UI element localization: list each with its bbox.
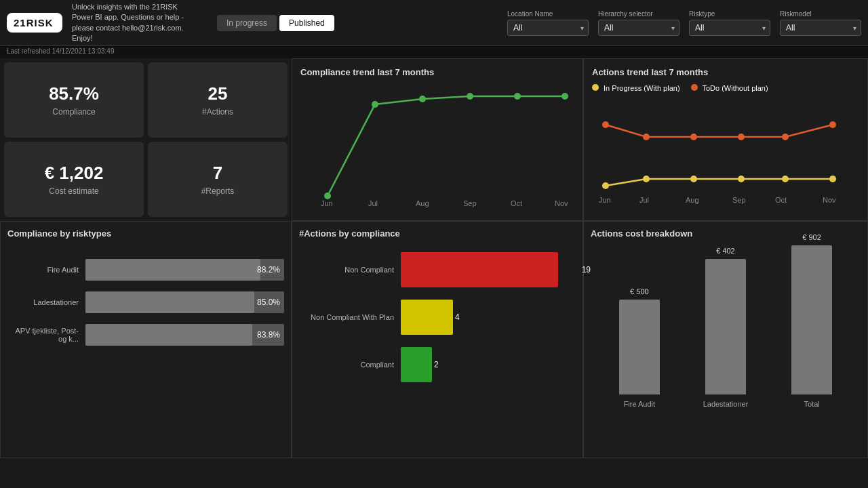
header: 21RISK Unlock insights with the 21RISK P… xyxy=(0,0,868,46)
svg-point-10 xyxy=(514,93,521,100)
cost-bar-fire-label: Fire Audit xyxy=(624,400,655,408)
h-bar-ncwp-fill xyxy=(401,300,453,335)
cost-bar-lade: € 402 Ladestationer xyxy=(703,247,749,408)
actions-legend: In Progress (With plan) ToDo (Without pl… xyxy=(592,84,859,92)
h-bar-noncompliant-label: Non Compliant xyxy=(299,266,401,274)
risk-bar-apv-fill xyxy=(85,324,252,346)
filter-riskmodel-select[interactable]: All xyxy=(780,20,861,36)
kpi-reports-value: 7 xyxy=(213,163,222,184)
svg-point-6 xyxy=(324,192,331,199)
h-bar-ncwp-label: Non Compliant With Plan xyxy=(299,313,401,321)
h-bar-noncompliant-num: 19 xyxy=(582,265,591,274)
actions-trend-chart: Jun Jul Aug Sep Oct Nov xyxy=(592,98,836,209)
cost-bar-total: € 902 Total xyxy=(791,233,832,408)
actions-trend-panel: Actions trend last 7 months In Progress … xyxy=(583,58,868,221)
refresh-bar: Last refreshed 14/12/2021 13:03:49 xyxy=(0,46,868,58)
kpi-grid: 85.7% Compliance 25 #Actions € 1,202 Cos… xyxy=(0,58,292,221)
risk-bar-fire-fill xyxy=(85,259,260,281)
risk-bar-apv-value: 83.8% xyxy=(257,330,280,340)
cost-bar-total-rect xyxy=(791,245,832,394)
risk-bar-lade-track: 85.0% xyxy=(85,291,284,313)
legend-red-dot xyxy=(691,84,698,91)
kpi-reports: 7 #Reports xyxy=(148,142,288,217)
svg-text:Aug: Aug xyxy=(416,199,429,207)
svg-point-13 xyxy=(643,134,650,140)
svg-point-17 xyxy=(829,121,836,128)
svg-point-22 xyxy=(782,176,789,182)
cost-bar-fire-amount: € 500 xyxy=(630,287,649,296)
svg-point-15 xyxy=(738,134,745,140)
actions-compliance-title: #Actions by compliance xyxy=(299,228,576,239)
svg-point-9 xyxy=(467,93,473,100)
kpi-actions-label: #Actions xyxy=(202,107,233,117)
kpi-compliance-label: Compliance xyxy=(52,107,95,117)
filter-risktype-label: Risktype xyxy=(689,10,770,18)
svg-point-8 xyxy=(419,96,426,102)
filter-location: Location Name All xyxy=(507,10,589,36)
filter-risktype-select[interactable]: All xyxy=(689,20,770,36)
svg-text:Jun: Jun xyxy=(321,199,333,207)
legend-red-label: ToDo (Without plan) xyxy=(702,84,768,92)
svg-text:Jul: Jul xyxy=(639,196,649,204)
cost-bar-lade-amount: € 402 xyxy=(716,247,735,255)
filter-group: Location Name All Hierarchy selector All… xyxy=(507,10,861,36)
filter-risktype-wrap: All xyxy=(689,20,770,36)
svg-point-19 xyxy=(643,176,650,182)
svg-text:Nov: Nov xyxy=(555,199,568,207)
risk-bars: Fire Audit 88.2% Ladestationer 85.0% APV… xyxy=(7,259,284,346)
cost-bar-total-amount: € 902 xyxy=(802,233,821,241)
filter-location-select[interactable]: All xyxy=(507,20,589,36)
legend-yellow-dot xyxy=(592,84,599,91)
svg-point-12 xyxy=(602,121,609,128)
h-bar-compliant-fill xyxy=(401,347,432,382)
h-bar-compliant-track: 2 xyxy=(401,347,576,382)
svg-text:Jul: Jul xyxy=(368,199,378,207)
tab-published[interactable]: Published xyxy=(279,15,334,31)
svg-text:Aug: Aug xyxy=(686,196,699,204)
filter-location-wrap: All xyxy=(507,20,589,36)
kpi-cost: € 1,202 Cost estimate xyxy=(4,142,144,217)
tab-group: In progress Published xyxy=(217,15,334,31)
risk-bar-lade-label: Ladestationer xyxy=(7,298,85,306)
svg-point-23 xyxy=(829,176,836,182)
svg-point-14 xyxy=(690,134,697,140)
svg-text:Nov: Nov xyxy=(823,196,836,204)
risk-bar-fire-label: Fire Audit xyxy=(7,266,85,274)
legend-yellow-label: In Progress (With plan) xyxy=(604,84,679,92)
svg-text:Jun: Jun xyxy=(599,196,611,204)
tab-inprogress[interactable]: In progress xyxy=(217,15,277,31)
legend-yellow: In Progress (With plan) xyxy=(592,84,680,92)
kpi-actions-value: 25 xyxy=(208,83,228,104)
h-bar-ncwp-num: 4 xyxy=(455,312,591,322)
filter-hierarchy-select[interactable]: All xyxy=(598,20,679,36)
legend-red: ToDo (Without plan) xyxy=(691,84,768,92)
svg-text:Oct: Oct xyxy=(511,199,522,207)
logo-text: 21RISK xyxy=(14,17,54,28)
filter-hierarchy-wrap: All xyxy=(598,20,679,36)
svg-point-7 xyxy=(372,101,378,108)
risk-bar-lade: Ladestationer 85.0% xyxy=(7,291,284,313)
header-message: Unlock insights with the 21RISK Power BI… xyxy=(72,2,201,44)
h-bar-noncompliant-track: 19 xyxy=(401,252,576,287)
cost-bar-lade-label: Ladestationer xyxy=(703,400,749,408)
cost-bar-lade-rect xyxy=(705,259,746,394)
cost-bar-fire: € 500 Fire Audit xyxy=(619,287,660,408)
refresh-text: Last refreshed 14/12/2021 13:03:49 xyxy=(7,47,114,55)
kpi-cost-label: Cost estimate xyxy=(49,186,98,196)
svg-text:Sep: Sep xyxy=(463,199,477,207)
filter-riskmodel-label: Riskmodel xyxy=(780,10,861,18)
filter-location-label: Location Name xyxy=(507,10,589,18)
risk-bar-apv: APV tjekliste, Post- og k... 83.8% xyxy=(7,324,284,346)
kpi-compliance: 85.7% Compliance xyxy=(4,62,144,138)
h-bar-compliant: Compliant 2 xyxy=(299,347,576,382)
risk-bar-apv-label: APV tjekliste, Post- og k... xyxy=(7,327,85,343)
actions-compliance-panel: #Actions by compliance Non Compliant 19 … xyxy=(292,221,583,458)
cost-bar-fire-rect xyxy=(619,300,660,394)
cost-bar-chart: € 500 Fire Audit € 402 Ladestationer € 9… xyxy=(591,245,861,408)
h-bar-noncompliant-fill xyxy=(401,252,558,287)
filter-risktype: Risktype All xyxy=(689,10,770,36)
svg-point-21 xyxy=(738,176,745,182)
svg-point-20 xyxy=(690,176,697,182)
svg-point-11 xyxy=(561,93,568,100)
h-bar-ncwp: Non Compliant With Plan 4 xyxy=(299,300,576,335)
